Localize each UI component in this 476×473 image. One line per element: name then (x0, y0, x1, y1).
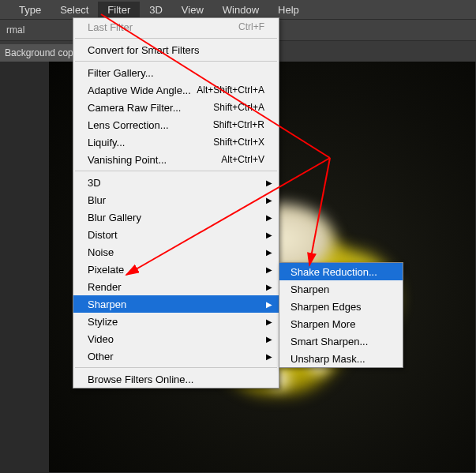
submenu-arrow-icon: ▶ (266, 196, 272, 205)
menu-select[interactable]: Select (51, 2, 98, 18)
submenu-arrow-icon: ▶ (266, 283, 272, 291)
submenu-arrow-icon: ▶ (266, 352, 272, 361)
menuitem-label: 3D (88, 177, 101, 189)
submenu-sharpen[interactable]: Sharpen (279, 280, 403, 298)
submenu-smart-sharpen[interactable]: Smart Sharpen... (279, 332, 403, 350)
menuitem-label: Blur Gallery (88, 212, 141, 223)
menuitem-other[interactable]: Other ▶ (73, 347, 279, 365)
menuitem-browse-filters-online[interactable]: Browse Filters Online... (73, 370, 279, 388)
menuitem-label: Pixelate (88, 264, 124, 276)
submenu-unsharp-mask[interactable]: Unsharp Mask... (279, 350, 403, 367)
menuitem-blur[interactable]: Blur ▶ (73, 191, 279, 208)
menuitem-distort[interactable]: Distort ▶ (73, 226, 279, 243)
menuitem-stylize[interactable]: Stylize ▶ (73, 313, 279, 330)
submenu-sharpen-more[interactable]: Sharpen More (279, 315, 403, 332)
menu-separator (75, 367, 277, 368)
menuitem-label: Render (88, 281, 122, 293)
menuitem-label: Noise (88, 246, 114, 258)
menu-3d[interactable]: 3D (140, 2, 172, 18)
menuitem-convert-smart-filters[interactable]: Convert for Smart Filters (73, 41, 279, 58)
sharpen-submenu: Shake Reduction... Sharpen Sharpen Edges… (279, 262, 403, 368)
menuitem-last-filter: Last Filter Ctrl+F (73, 18, 279, 36)
menuitem-shortcut: Alt+Ctrl+V (221, 154, 264, 165)
menuitem-label: Filter Gallery... (88, 67, 154, 79)
menuitem-label: Video (88, 333, 114, 345)
menuitem-label: Convert for Smart Filters (88, 44, 200, 56)
menu-window[interactable]: Window (213, 2, 268, 18)
menu-help[interactable]: Help (268, 2, 309, 18)
menuitem-liquify[interactable]: Liquify... Shift+Ctrl+X (73, 133, 279, 151)
menuitem-blur-gallery[interactable]: Blur Gallery ▶ (73, 208, 279, 226)
menuitem-lens-correction[interactable]: Lens Correction... Shift+Ctrl+R (73, 116, 279, 133)
menu-filter[interactable]: Filter (98, 2, 140, 18)
menuitem-shortcut: Shift+Ctrl+X (213, 137, 264, 148)
submenu-shake-reduction[interactable]: Shake Reduction... (279, 263, 403, 280)
submenu-arrow-icon: ▶ (266, 335, 272, 343)
menuitem-label: Sharpen (88, 298, 126, 310)
menuitem-video[interactable]: Video ▶ (73, 330, 279, 347)
menuitem-label: Other (88, 351, 114, 362)
menuitem-label: Stylize (88, 316, 118, 328)
menuitem-3d[interactable]: 3D ▶ (73, 174, 279, 191)
menuitem-label: Vanishing Point... (88, 154, 167, 166)
menuitem-camera-raw-filter[interactable]: Camera Raw Filter... Shift+Ctrl+A (73, 99, 279, 116)
menuitem-noise[interactable]: Noise ▶ (73, 243, 279, 261)
menuitem-vanishing-point[interactable]: Vanishing Point... Alt+Ctrl+V (73, 151, 279, 168)
submenu-sharpen-edges[interactable]: Sharpen Edges (279, 298, 403, 315)
menu-view[interactable]: View (172, 2, 213, 18)
submenu-arrow-icon: ▶ (266, 178, 272, 187)
menu-separator (75, 38, 277, 39)
menuitem-sharpen[interactable]: Sharpen ▶ (73, 295, 279, 313)
menuitem-label: Lens Correction... (88, 119, 169, 131)
menuitem-shortcut: Alt+Shift+Ctrl+A (197, 84, 264, 96)
menuitem-label: Last Filter (88, 21, 133, 33)
blend-mode-combo[interactable]: rmal (2, 24, 29, 36)
submenu-arrow-icon: ▶ (266, 231, 272, 239)
menuitem-pixelate[interactable]: Pixelate ▶ (73, 261, 279, 278)
submenu-arrow-icon: ▶ (266, 300, 272, 309)
menu-type[interactable]: Type (9, 2, 51, 18)
menuitem-render[interactable]: Render ▶ (73, 278, 279, 295)
submenu-arrow-icon: ▶ (266, 317, 272, 326)
menuitem-shortcut: Shift+Ctrl+R (213, 119, 264, 130)
menuitem-label: Blur (88, 194, 106, 206)
menuitem-shortcut: Shift+Ctrl+A (213, 102, 264, 113)
menu-separator (75, 61, 277, 62)
menuitem-filter-gallery[interactable]: Filter Gallery... (73, 64, 279, 81)
menu-separator (75, 171, 277, 171)
submenu-arrow-icon: ▶ (266, 248, 272, 257)
menuitem-label: Distort (88, 229, 118, 241)
menuitem-label: Browse Filters Online... (88, 374, 193, 385)
menubar: Type Select Filter 3D View Window Help (0, 0, 476, 19)
menuitem-adaptive-wide-angle[interactable]: Adaptive Wide Angle... Alt+Shift+Ctrl+A (73, 81, 279, 99)
submenu-arrow-icon: ▶ (266, 213, 272, 222)
menuitem-label: Adaptive Wide Angle... (88, 84, 191, 96)
menuitem-label: Camera Raw Filter... (88, 102, 181, 114)
filter-menu-dropdown: Last Filter Ctrl+F Convert for Smart Fil… (73, 17, 279, 389)
menuitem-shortcut: Ctrl+F (238, 21, 264, 32)
menuitem-label: Liquify... (88, 137, 125, 148)
submenu-arrow-icon: ▶ (266, 265, 272, 274)
